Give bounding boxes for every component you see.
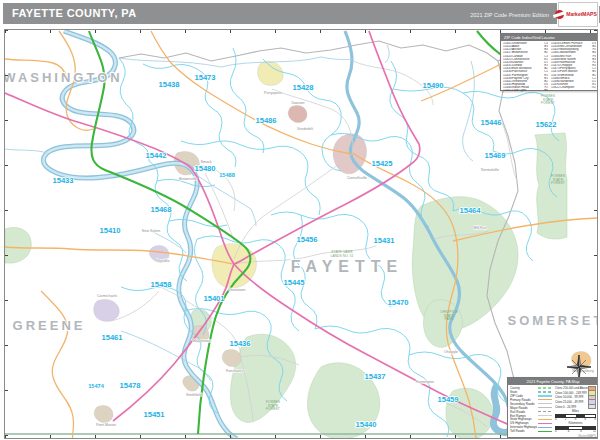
- town-label: Fairchance: [226, 369, 244, 373]
- zip-index-title: ZIP Code Index/Grid Locator: [501, 34, 598, 41]
- zip-code-label: 15438: [158, 80, 179, 89]
- town-label: Perryopolis: [264, 91, 282, 95]
- town-label: Smithfield: [186, 393, 202, 397]
- town-label: Connellsville: [347, 176, 367, 180]
- zip-code-label: 15428: [292, 83, 313, 92]
- legend-title: 2021 Fayette County, PA Map: [508, 378, 598, 385]
- park-label: FORBESSTATEFOREST: [541, 94, 556, 105]
- zip-code-label: 15456: [296, 235, 317, 244]
- county-label: GREENE: [13, 318, 86, 333]
- county-label: SOMERSET: [508, 313, 597, 328]
- town-label: Brownsville: [179, 177, 197, 181]
- brand-logo: MarketMAPS: [558, 2, 598, 27]
- zip-code-label: 15431: [373, 236, 395, 245]
- park-label: FORBESSTATEFOREST: [266, 400, 281, 411]
- town-label: Uniontown: [229, 288, 246, 292]
- zip-code-label: 15473: [194, 73, 215, 82]
- zip-code-label: 15436: [229, 339, 250, 348]
- zip-code-label: 15437: [364, 372, 385, 381]
- legend-right-column: Cities 250,000 and AboveCities 100,000 -…: [555, 386, 596, 438]
- legend-city-item: Cities 0 - 24,999: [555, 404, 596, 409]
- legend-line-items: CountyStateZIP CodePrimary RoadsSecondar…: [510, 386, 552, 438]
- town-label: Dawson: [292, 101, 305, 105]
- scale-bar: Miles02468: [555, 410, 596, 420]
- legend-footer: MarketMAPS: [555, 434, 596, 438]
- town-label: Normalville: [481, 168, 499, 172]
- zip-code-label: 15478: [119, 381, 140, 390]
- zip-index-panel: ZIP Code Index/Grid Locator 15401Unionto…: [500, 33, 598, 91]
- town-label: Point Marion: [96, 423, 116, 427]
- zip-code-label: 15451: [143, 410, 165, 419]
- zip-code-label: 15425: [371, 159, 393, 168]
- header-bar: FAYETTE COUNTY, PA 2021 ZIP Code Premium…: [3, 3, 557, 24]
- zip-code-label: 15459: [437, 395, 458, 404]
- zip-code-label: 15440: [355, 420, 376, 429]
- county-label: WASHINGTON: [5, 70, 123, 85]
- zip-code-label: 15445: [283, 278, 305, 287]
- zip-code-label: 15490: [422, 81, 443, 90]
- legend-city-items: Cities 250,000 and AboveCities 100,000 -…: [555, 386, 596, 409]
- zip-code-label: 15486: [255, 116, 276, 125]
- zip-index-table: 15401UniontownC415410AdahB315413AllisonB…: [501, 41, 598, 94]
- index-entry: 15622ChampionG2: [551, 86, 596, 89]
- zip-code-label: 15469: [484, 151, 505, 160]
- town-label: Ohiopyle: [444, 350, 458, 354]
- park-label: STATE GAMELANDS NO. 51: [331, 250, 354, 258]
- town-label: Mill Run: [474, 226, 487, 230]
- town-label: Farmington: [416, 380, 434, 384]
- town-label: Vanderbilt: [297, 127, 313, 131]
- zip-code-label: 15410: [99, 226, 120, 235]
- county-label: FAYETTE: [291, 258, 404, 275]
- zip-code-label: 15401: [203, 294, 225, 303]
- map-canvas: WASHINGTONGREENESOMERSETFAYETTEFORBESSTA…: [4, 29, 598, 439]
- zip-code-label: 15446: [480, 118, 501, 127]
- zip-code-label: 15433: [52, 176, 73, 185]
- zip-code-label: 15442: [145, 151, 166, 160]
- town-label: Carmichaels: [97, 294, 117, 298]
- brand-logo-text: MarketMAPS: [566, 12, 597, 17]
- zip-code-label: 15461: [101, 333, 123, 342]
- legend-panel: 2021 Fayette County, PA Map CountyStateZ…: [507, 377, 598, 438]
- legend-line-item: Toll Roads: [510, 429, 552, 433]
- map-title: FAYETTE COUNTY, PA: [12, 7, 137, 19]
- zip-code-label: 15470: [387, 298, 408, 307]
- scale-bar: Kilometers04812: [555, 422, 596, 432]
- zip-code-label: 15458: [150, 280, 171, 289]
- town-label: Masontown: [193, 339, 211, 343]
- town-label: New Salem: [142, 229, 160, 233]
- zip-code-label: 15468: [150, 205, 171, 214]
- zip-code-label: 15464: [459, 206, 481, 215]
- edition-label: 2021 ZIP Code Premium Edition: [470, 12, 549, 18]
- index-entry: 15451Lake LynnB6: [503, 89, 548, 92]
- map-sheet: FAYETTE COUNTY, PA 2021 ZIP Code Premium…: [0, 0, 600, 440]
- legend-scalebars: Miles02468Kilometers04812: [555, 410, 596, 432]
- zip-code-label: 15488: [219, 172, 235, 178]
- zip-code-label: 15474: [88, 383, 104, 389]
- brand-swoosh-icon: [555, 10, 564, 19]
- zip-code-label: 15480: [194, 164, 215, 173]
- zip-code-label: 15622: [535, 120, 556, 129]
- town-label: Republic: [156, 259, 170, 263]
